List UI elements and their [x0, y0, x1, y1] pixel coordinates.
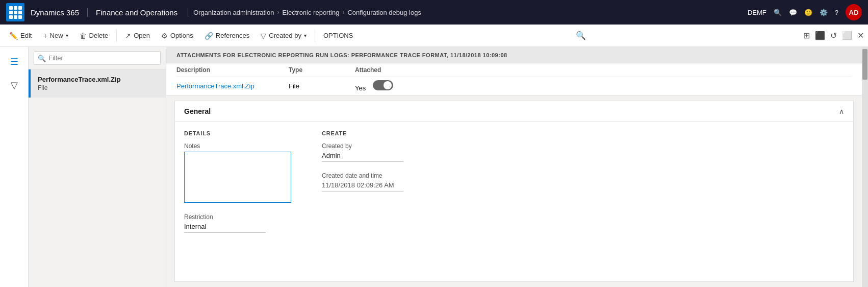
notes-label: Notes — [184, 142, 291, 150]
notes-textarea[interactable] — [184, 152, 291, 203]
details-label: DETAILS — [184, 130, 291, 136]
filter-wrap: 🔍 — [34, 51, 161, 65]
hamburger-icon[interactable]: ☰ — [6, 52, 22, 71]
cmd-right: 🔍 — [573, 28, 589, 43]
open-icon: ↗ — [125, 32, 131, 40]
separator-1 — [116, 30, 117, 42]
brand-label: Dynamics 365 — [31, 8, 88, 17]
cell-type: File — [289, 82, 355, 90]
open-label: Open — [134, 32, 150, 39]
attachment-title: ATTACHMENTS FOR ELECTRONIC REPORTING RUN… — [176, 52, 507, 58]
restriction-label: Restriction — [184, 213, 291, 221]
new-icon: + — [43, 32, 47, 40]
settings-icon[interactable]: ⚙️ — [820, 9, 828, 16]
created-date-label: Created date and time — [322, 172, 403, 179]
scroll-thumb[interactable] — [862, 49, 867, 80]
feedback-icon[interactable]: 🙂 — [804, 9, 812, 16]
restriction-value: Internal — [184, 223, 266, 233]
new-label: New — [50, 32, 63, 39]
attached-yes: Yes — [355, 84, 366, 92]
general-section: General ∧ DETAILS Notes Restriction Inte… — [174, 101, 854, 282]
created-date-field: Created date and time 11/18/2018 02:09:2… — [322, 172, 403, 192]
new-dropdown-icon[interactable]: ▾ — [66, 33, 68, 38]
breadcrumb-sep-2: › — [342, 9, 344, 16]
list-item-sub: File — [38, 84, 159, 91]
breadcrumb-er[interactable]: Electronic reporting — [282, 9, 339, 16]
search-icon[interactable]: 🔍 — [774, 9, 782, 16]
topnav-right: DEMF 🔍 💬 🙂 ⚙️ ? AD — [748, 4, 862, 20]
options-button[interactable]: ⚙ Options — [156, 29, 198, 43]
list-item-name: PerformanceTrace.xml.Zip — [38, 76, 159, 83]
refresh-icon[interactable]: ↺ — [830, 31, 837, 40]
general-header[interactable]: General ∧ — [175, 101, 853, 122]
created-by-button[interactable]: ▽ Created by ▾ — [256, 29, 312, 43]
table-header-row: Description Type Attached — [176, 63, 852, 77]
command-bar: ✏️ Edit + New ▾ 🗑 Delete ↗ Open ⚙ Option… — [0, 25, 868, 47]
options2-label: OPTIONS — [323, 32, 353, 39]
breadcrumb-org[interactable]: Organization administration — [193, 9, 274, 16]
cmd-search-icon[interactable]: 🔍 — [573, 28, 589, 43]
created-by-label: Created by — [269, 32, 301, 39]
breadcrumb-sep-1: › — [277, 9, 279, 16]
toggle-knob — [384, 81, 392, 89]
avatar[interactable]: AD — [846, 4, 862, 20]
col-attached: Attached — [355, 66, 416, 74]
help-icon[interactable]: ? — [835, 9, 838, 16]
references-label: References — [216, 32, 249, 39]
options-icon: ⚙ — [161, 32, 168, 40]
details-group: DETAILS Notes Restriction Internal — [184, 130, 291, 233]
cell-attached: Yes — [355, 80, 416, 92]
created-date-value: 11/18/2018 02:09:26 AM — [322, 181, 403, 192]
filter-panel-icon[interactable]: ▽ — [7, 76, 22, 95]
create-group: CREATE Created by Admin Created date and… — [322, 130, 403, 233]
col-description: Description — [176, 66, 289, 74]
general-title: General — [184, 107, 211, 115]
breadcrumb: Organization administration › Electronic… — [193, 9, 748, 16]
close-icon[interactable]: ✕ — [857, 31, 864, 40]
left-panel: ☰ ▽ — [0, 47, 29, 287]
edit-icon: ✏️ — [9, 32, 18, 40]
breadcrumb-config[interactable]: Configuration debug logs — [347, 9, 421, 16]
attachment-header: ATTACHMENTS FOR ELECTRONIC REPORTING RUN… — [166, 47, 862, 63]
delete-button[interactable]: 🗑 Delete — [74, 29, 114, 43]
office-icon[interactable]: ⬛ — [815, 31, 825, 40]
env-label: DEMF — [748, 9, 767, 16]
app-title: Finance and Operations — [96, 8, 188, 17]
open-button[interactable]: ↗ Open — [120, 29, 155, 43]
delete-icon: 🗑 — [80, 32, 87, 40]
list-item[interactable]: PerformanceTrace.xml.Zip File — [29, 69, 166, 98]
main-layout: ☰ ▽ 🔍 PerformanceTrace.xml.Zip File ATTA… — [0, 47, 868, 287]
edit-label: Edit — [20, 32, 32, 39]
table-row[interactable]: PerformanceTrace.xml.Zip File Yes — [176, 77, 852, 95]
new-button[interactable]: + New ▾ — [38, 29, 73, 43]
filter-input[interactable] — [34, 51, 161, 65]
list-panel: 🔍 PerformanceTrace.xml.Zip File — [29, 47, 166, 287]
edit-button[interactable]: ✏️ Edit — [4, 29, 37, 43]
message-icon[interactable]: 💬 — [789, 9, 797, 16]
notes-field: Notes — [184, 142, 291, 204]
filter-search-icon: 🔍 — [38, 54, 46, 62]
references-icon: 🔗 — [205, 32, 213, 40]
grid-icon — [9, 6, 22, 19]
general-body: DETAILS Notes Restriction Internal CREAT… — [175, 122, 853, 241]
delete-label: Delete — [89, 32, 109, 39]
created-by-field-label: Created by — [322, 142, 403, 150]
content-area: ATTACHMENTS FOR ELECTRONIC REPORTING RUN… — [166, 47, 862, 287]
references-button[interactable]: 🔗 References — [199, 29, 254, 43]
collapse-icon[interactable]: ∧ — [839, 107, 844, 115]
filter-box: 🔍 — [29, 47, 166, 69]
grid-view-icon[interactable]: ⊞ — [803, 31, 810, 40]
cell-description: PerformanceTrace.xml.Zip — [176, 82, 289, 90]
top-navigation: Dynamics 365 Finance and Operations Orga… — [0, 0, 868, 25]
app-grid-button[interactable] — [6, 3, 24, 21]
options2-button[interactable]: OPTIONS — [318, 29, 359, 42]
expand-icon[interactable]: ⬜ — [842, 31, 852, 40]
created-by-field: Created by Admin — [322, 142, 403, 162]
attached-toggle[interactable] — [373, 80, 393, 90]
created-by-dropdown-icon: ▾ — [304, 33, 307, 38]
separator-2 — [315, 30, 315, 42]
create-label: CREATE — [322, 130, 403, 136]
restriction-field: Restriction Internal — [184, 213, 291, 233]
scrollbar[interactable] — [862, 47, 868, 287]
table-section: Description Type Attached PerformanceTra… — [166, 63, 862, 95]
